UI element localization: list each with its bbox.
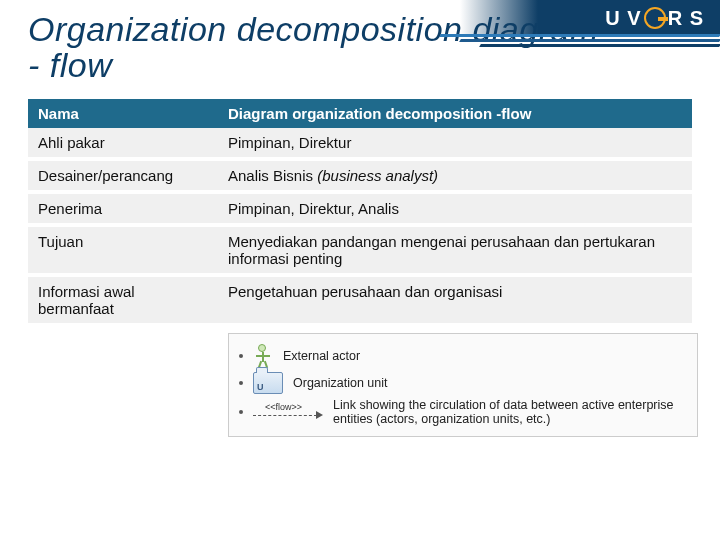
logo: U V R S [605, 7, 704, 30]
external-actor-icon [253, 344, 273, 368]
legend-box: External actor U Organization unit <<flo… [228, 333, 698, 437]
bullet-icon [239, 354, 243, 358]
cell-value-plain: Analis Bisnis [228, 167, 317, 184]
cell-value: Pimpinan, Direktur, Analis [218, 192, 692, 225]
cell-label: Desainer/perancang [28, 159, 218, 192]
cell-value: Pengetahuan perusahaan dan organisasi [218, 275, 692, 325]
flow-stereotype-label: <<flow>> [265, 402, 302, 412]
organization-unit-icon: U [253, 372, 283, 394]
cell-value: Pimpinan, Direktur [218, 128, 692, 159]
bullet-icon [239, 381, 243, 385]
legend-item: <<flow>> Link showing the circulation of… [235, 398, 687, 426]
content-area: Nama Diagram organization decomposition … [0, 83, 720, 437]
table-row: Desainer/perancang Analis Bisnis (busine… [28, 159, 692, 192]
header-cell-right: Diagram organization decomposition -flow [218, 99, 692, 128]
cell-label: Tujuan [28, 225, 218, 275]
header-bar: U V R S [460, 0, 720, 36]
legend-label: Organization unit [293, 376, 388, 390]
table-row: Penerima Pimpinan, Direktur, Analis [28, 192, 692, 225]
bullet-icon [239, 410, 243, 414]
table-header-row: Nama Diagram organization decomposition … [28, 99, 692, 128]
cell-label: Penerima [28, 192, 218, 225]
logo-ring-icon [644, 7, 666, 29]
info-table: Nama Diagram organization decomposition … [28, 99, 692, 327]
legend-item: External actor [235, 344, 687, 368]
header-cell-left: Nama [28, 99, 218, 128]
logo-text-right: R S [668, 7, 704, 30]
header-stripes [420, 34, 720, 48]
flow-link-icon: <<flow>> [253, 405, 323, 419]
cell-label: Ahli pakar [28, 128, 218, 159]
title-line-2: - flow [28, 48, 720, 84]
cell-value: Analis Bisnis (business analyst) [218, 159, 692, 192]
legend-item: U Organization unit [235, 372, 687, 394]
cell-value-italic: (business analyst) [317, 167, 438, 184]
cell-label: Informasi awal bermanfaat [28, 275, 218, 325]
logo-text-left: U V [605, 7, 641, 30]
table-row: Ahli pakar Pimpinan, Direktur [28, 128, 692, 159]
table-row: Informasi awal bermanfaat Pengetahuan pe… [28, 275, 692, 325]
legend-label: External actor [283, 349, 360, 363]
legend-label: Link showing the circulation of data bet… [333, 398, 687, 426]
table-row: Tujuan Menyediakan pandangan mengenai pe… [28, 225, 692, 275]
cell-value: Menyediakan pandangan mengenai perusahaa… [218, 225, 692, 275]
